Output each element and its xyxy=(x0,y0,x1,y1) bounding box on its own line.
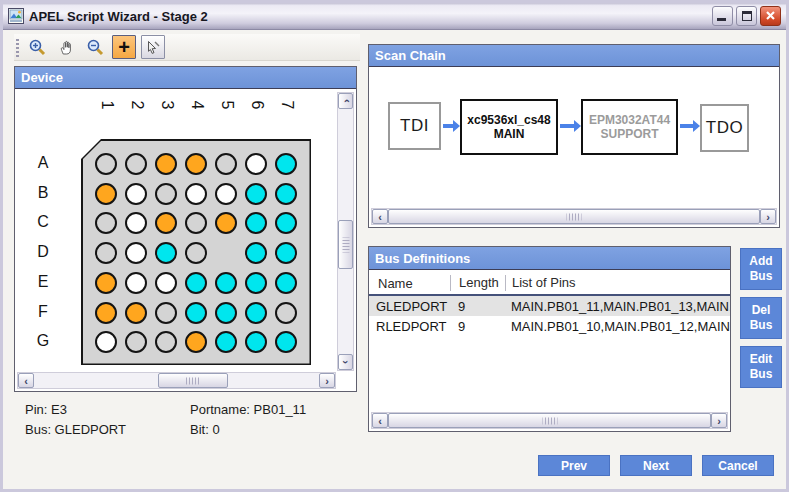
column-label-6: 6 xyxy=(246,95,266,115)
crosshair-plus-tool[interactable]: + xyxy=(112,35,136,59)
pin-A3[interactable] xyxy=(155,153,177,175)
pin-G4[interactable] xyxy=(185,331,207,353)
pin-F2[interactable] xyxy=(125,302,147,324)
pin-G5[interactable] xyxy=(215,331,237,353)
scroll-up-button[interactable]: › xyxy=(338,93,353,109)
pin-F3[interactable] xyxy=(155,302,177,324)
maximize-button[interactable] xyxy=(736,6,757,26)
zoom-out-tool[interactable] xyxy=(83,35,107,59)
pin-G3[interactable] xyxy=(155,331,177,353)
chain-node-epm3032at44[interactable]: EPM3032AT44SUPPORT xyxy=(581,99,678,155)
pin-B4[interactable] xyxy=(185,183,207,205)
pin-E1[interactable] xyxy=(95,272,117,294)
scroll-track[interactable] xyxy=(34,373,319,388)
pin-B1[interactable] xyxy=(95,183,117,205)
column-header-list-of-pins[interactable]: List of Pins xyxy=(505,275,730,291)
column-header-length[interactable]: Length xyxy=(450,275,505,291)
probe-pointer-tool[interactable] xyxy=(141,35,165,59)
minimize-button[interactable] xyxy=(712,6,733,26)
pin-D2[interactable] xyxy=(125,242,147,264)
prev-button[interactable]: Prev xyxy=(538,455,610,476)
pin-A5[interactable] xyxy=(215,153,237,175)
pin-F5[interactable] xyxy=(215,302,237,324)
pin-G1[interactable] xyxy=(95,331,117,353)
scroll-left-button[interactable]: ‹ xyxy=(372,209,388,224)
pin-F4[interactable] xyxy=(185,302,207,324)
pin-C1[interactable] xyxy=(95,212,117,234)
pin-D7[interactable] xyxy=(275,242,297,264)
pin-G7[interactable] xyxy=(275,331,297,353)
scroll-thumb[interactable] xyxy=(388,413,711,428)
pin-E7[interactable] xyxy=(275,272,297,294)
chain-node-xc9536xl_cs48[interactable]: xc9536xl_cs48MAIN xyxy=(460,99,558,155)
scroll-thumb[interactable] xyxy=(338,220,353,269)
scroll-track[interactable] xyxy=(388,209,760,224)
pin-B5[interactable] xyxy=(215,183,237,205)
pin-C5[interactable] xyxy=(215,212,237,234)
device-horizontal-scrollbar[interactable]: ‹ › xyxy=(17,372,336,389)
zoom-in-tool[interactable] xyxy=(25,35,49,59)
scroll-right-button[interactable]: › xyxy=(760,209,776,224)
device-vertical-scrollbar[interactable]: › › xyxy=(337,92,354,371)
pin-A7[interactable] xyxy=(275,153,297,175)
chain-node-tdo[interactable]: TDO xyxy=(700,104,749,152)
device-canvas[interactable]: › › ‹ › 1234567ABCDEFG xyxy=(15,90,356,391)
pin-A4[interactable] xyxy=(185,153,207,175)
bus-horizontal-scrollbar[interactable]: ‹ › xyxy=(371,412,728,429)
status-pin: Pin: E3 xyxy=(25,402,67,417)
bus-row-rledport[interactable]: RLEDPORT9MAIN.PB01_10,MAIN.PB01_12,MAIN.… xyxy=(369,316,730,336)
pin-B6[interactable] xyxy=(245,183,267,205)
column-label-1: 1 xyxy=(96,95,116,115)
pin-D6[interactable] xyxy=(245,242,267,264)
pin-C6[interactable] xyxy=(245,212,267,234)
pan-hand-tool[interactable] xyxy=(54,35,78,59)
pin-A2[interactable] xyxy=(125,153,147,175)
pin-C2[interactable] xyxy=(125,212,147,234)
toolbar-grip[interactable] xyxy=(16,37,19,57)
pin-E3[interactable] xyxy=(155,272,177,294)
pin-E5[interactable] xyxy=(215,272,237,294)
pin-A6[interactable] xyxy=(245,153,267,175)
pin-E6[interactable] xyxy=(245,272,267,294)
next-button[interactable]: Next xyxy=(620,455,692,476)
scroll-track[interactable] xyxy=(338,109,353,354)
button-label: Add xyxy=(749,254,772,269)
pin-C4[interactable] xyxy=(185,212,207,234)
scroll-left-button[interactable]: ‹ xyxy=(18,373,34,388)
pin-E2[interactable] xyxy=(125,272,147,294)
pin-D3[interactable] xyxy=(155,242,177,264)
pin-C7[interactable] xyxy=(275,212,297,234)
del-bus-button[interactable]: DelBus xyxy=(740,297,782,339)
pin-B7[interactable] xyxy=(275,183,297,205)
pin-G2[interactable] xyxy=(125,331,147,353)
pin-B3[interactable] xyxy=(155,183,177,205)
pin-A1[interactable] xyxy=(95,153,117,175)
pin-F6[interactable] xyxy=(245,302,267,324)
scroll-thumb[interactable] xyxy=(158,373,228,388)
chain-node-tdi[interactable]: TDI xyxy=(388,102,441,150)
scroll-track[interactable] xyxy=(388,413,711,428)
scroll-right-button[interactable]: › xyxy=(711,413,727,428)
pin-F7[interactable] xyxy=(275,302,297,324)
pin-G6[interactable] xyxy=(245,331,267,353)
add-bus-button[interactable]: AddBus xyxy=(740,248,782,290)
crosshair-plus-icon: + xyxy=(118,38,130,56)
bus-row-gledport[interactable]: GLEDPORT9MAIN.PB01_11,MAIN.PB01_13,MAIN.… xyxy=(369,296,730,316)
pin-D1[interactable] xyxy=(95,242,117,264)
scroll-thumb[interactable] xyxy=(388,209,760,224)
pin-C3[interactable] xyxy=(155,212,177,234)
button-label: Edit xyxy=(750,352,773,367)
pin-D4[interactable] xyxy=(185,242,207,264)
scan-chain-horizontal-scrollbar[interactable]: ‹ › xyxy=(371,208,777,225)
pin-B2[interactable] xyxy=(125,183,147,205)
column-header-name[interactable]: Name xyxy=(369,276,450,291)
cancel-button[interactable]: Cancel xyxy=(702,455,774,476)
edit-bus-button[interactable]: EditBus xyxy=(740,346,782,388)
close-button[interactable] xyxy=(760,6,781,26)
scroll-left-button[interactable]: ‹ xyxy=(372,413,388,428)
pin-E4[interactable] xyxy=(185,272,207,294)
scroll-right-button[interactable]: › xyxy=(319,373,335,388)
title-bar[interactable]: APEL Script Wizard - Stage 2 xyxy=(3,3,786,30)
pin-F1[interactable] xyxy=(95,302,117,324)
scroll-down-button[interactable]: › xyxy=(338,354,353,370)
